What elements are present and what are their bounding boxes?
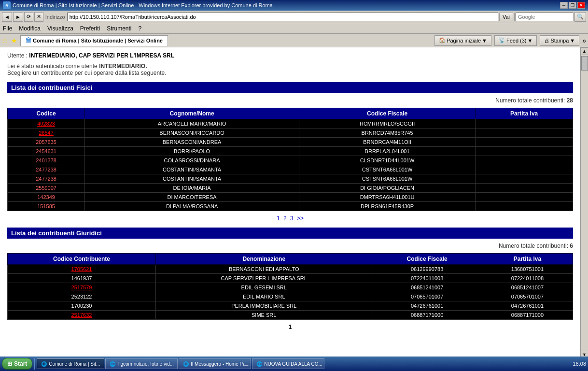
taskbar-right: 16.08 [573, 361, 586, 367]
favorites-icon[interactable]: ★ [11, 37, 17, 44]
fisici-row-nome: COLASROSSI/DINARA [85, 156, 299, 165]
giuridici-table-header: Codice Contribuente Denominazione Codice… [8, 254, 573, 265]
menu-file[interactable]: File [2, 25, 13, 32]
fisici-row-cf: DPLRSN61E45R430P [299, 202, 476, 211]
page-next-link[interactable]: >> [297, 215, 304, 222]
col-piva-giuridici: Partita Iva [482, 254, 573, 265]
taskbar-item-2[interactable]: 🌐 Il Messaggero - Home Pa... [179, 358, 251, 369]
auth-line1: Lei è stato autenticato come utente INTE… [7, 63, 573, 70]
close-button[interactable]: ✕ [577, 2, 585, 9]
print-icon: 🖨 [544, 38, 549, 43]
feed-label: Feed (3) [506, 38, 527, 43]
fisici-row-nome: DI MARCO/TERESA [85, 193, 299, 202]
scroll-up-arrow[interactable]: ▲ [581, 47, 588, 55]
content-area: Utente : INTERMEDIARIO, CAP SERVIZI PER … [0, 47, 580, 358]
search-go-button[interactable]: 🔍 [574, 12, 586, 22]
menu-preferiti[interactable]: Preferiti [79, 25, 101, 32]
stop-button[interactable]: ✕ [34, 12, 43, 22]
fisici-row-nome: BORRI/PAOLO [85, 147, 299, 156]
print-dropdown-icon: ▼ [570, 38, 575, 43]
page-1-link[interactable]: 1 [277, 215, 280, 222]
giuridici-row-nome: EDIL GESEMI SRL [156, 283, 372, 292]
go-button[interactable]: Vai [499, 13, 513, 21]
fisici-row-piva [476, 147, 573, 156]
minimize-button[interactable]: ─ [560, 2, 568, 9]
fisici-row-piva [476, 202, 573, 211]
giuridici-row-piva: 07065701007 [482, 292, 573, 301]
col-piva: Partita Iva [476, 108, 573, 119]
taskbar-item-2-label: Il Messaggero - Home Pa... [191, 361, 250, 367]
fisici-row-codice[interactable]: 2477238 [8, 174, 85, 184]
restore-button[interactable]: ❐ [569, 2, 576, 9]
print-button[interactable]: 🖨 Stampa ▼ [540, 35, 579, 46]
fisici-row-codice[interactable]: 2401378 [8, 156, 85, 165]
feed-button[interactable]: 📡 Feed (3) ▼ [494, 35, 537, 46]
title-bar: e Comune di Roma | Sito Istituzionale | … [0, 0, 588, 11]
fisici-row-piva [476, 174, 573, 184]
fisici-row-piva [476, 128, 573, 138]
fisici-row-nome: COSTANTINI/SAMANTA [85, 165, 299, 174]
taskbar-item-1[interactable]: 🌐 Tgcom notizie, foto e vid... [105, 358, 178, 369]
giuridici-row-cf: 07065701007 [372, 292, 482, 301]
start-button[interactable]: ⊞ Start [2, 358, 32, 370]
fisici-row-nome: ARCANGELI MARIO/MARIO [85, 119, 299, 128]
fisici-total: Numero totale contribuenti: 28 [7, 97, 573, 104]
giuridici-row-codice[interactable]: 2517579 [8, 283, 156, 292]
fisici-table-row: 2477238 COSTANTINI/SAMANTA CSTSNT6A68L00… [8, 165, 573, 174]
fisici-row-codice[interactable]: 2559007 [8, 184, 85, 193]
fisici-row-codice[interactable]: 151585 [8, 202, 85, 211]
menu-modifica[interactable]: Modifica [18, 25, 42, 32]
menu-help[interactable]: ? [138, 25, 143, 32]
taskbar-item-3[interactable]: 🌐 NUOVA GUIDA ALLA CO... [252, 358, 324, 369]
giuridici-table-row: 2517632 SIME SRL 06887171000 06887171000 [8, 311, 573, 320]
giuridici-total-value: 6 [570, 243, 573, 249]
back-button[interactable]: ◄ [2, 12, 12, 22]
taskbar-item-2-icon: 🌐 [183, 361, 189, 367]
home-button[interactable]: 🏠 Pagina iniziale ▼ [434, 35, 491, 46]
fisici-row-piva [476, 184, 573, 193]
page-3-link[interactable]: 3 [290, 215, 294, 222]
fisici-row-codice[interactable]: 142349 [8, 193, 85, 202]
giuridici-page-1: 1 [289, 324, 292, 330]
address-input[interactable] [67, 13, 498, 21]
giuridici-row-codice[interactable]: 1705621 [8, 265, 156, 274]
bottom-spacer [7, 336, 573, 346]
taskbar-item-0-icon: 🌐 [41, 361, 47, 367]
giuridici-row-cf: 04726761001 [372, 301, 482, 311]
fisici-table-row: 2454631 BORRI/PAOLO BRRPLA2L04L001 [8, 147, 573, 156]
feed-dropdown-icon: ▼ [528, 38, 533, 43]
page-2-link[interactable]: 2 [283, 215, 287, 222]
start-icon: ⊞ [7, 360, 12, 367]
fisici-row-cf: DMRTRSA6H41L001U [299, 193, 476, 202]
fisici-row-codice[interactable]: 402823 [8, 119, 85, 128]
col-cf-giuridici: Codice Fiscale [372, 254, 482, 265]
taskbar-item-0[interactable]: 🌐 Comune di Roma | Sit... [37, 358, 104, 369]
taskbar-divider [34, 358, 35, 370]
forward-button[interactable]: ► [13, 12, 23, 22]
search-input[interactable] [516, 13, 574, 21]
menu-visualizza[interactable]: Visualizza [46, 25, 74, 32]
separator [514, 13, 515, 21]
more-tools-button[interactable]: » [582, 37, 586, 44]
taskbar-item-3-label: NUOVA GUIDA ALLA CO... [264, 361, 322, 367]
giuridici-row-codice: 1700230 [8, 301, 156, 311]
menu-strumenti[interactable]: Strumenti [106, 25, 132, 32]
print-label: Stampa [550, 38, 569, 43]
fisici-table-row: 2057635 BERNASCONI/ANDREA BRNDRCA/4M11OI… [8, 138, 573, 147]
fisici-row-codice[interactable]: 2057635 [8, 138, 85, 147]
fisici-row-piva [476, 138, 573, 147]
auth-line2: Scegliere un contribuente per cui operar… [7, 70, 573, 76]
scrollbar[interactable]: ▲ ▼ [580, 47, 588, 358]
giuridici-pagination: 1 [7, 324, 573, 330]
fisici-row-codice[interactable]: 2477238 [8, 165, 85, 174]
browser-tab-active[interactable]: 🏛 Comune di Roma | Sito Istituzionale | … [20, 35, 168, 46]
refresh-button[interactable]: ⟳ [24, 12, 33, 22]
giuridici-row-nome: PERLA IMMOBILIARE SRL [156, 301, 372, 311]
fisici-row-cf: RCMRRMRLO/SCGGII [299, 119, 476, 128]
fisici-table: Codice Cognome/Nome Codice Fiscale Parti… [7, 108, 573, 211]
giuridici-row-codice[interactable]: 2517632 [8, 311, 156, 320]
fisici-row-codice[interactable]: 26547 [8, 128, 85, 138]
fisici-row-codice[interactable]: 2454631 [8, 147, 85, 156]
add-favorite-icon[interactable]: ☆ [2, 37, 8, 44]
scroll-thumb[interactable] [581, 56, 588, 71]
